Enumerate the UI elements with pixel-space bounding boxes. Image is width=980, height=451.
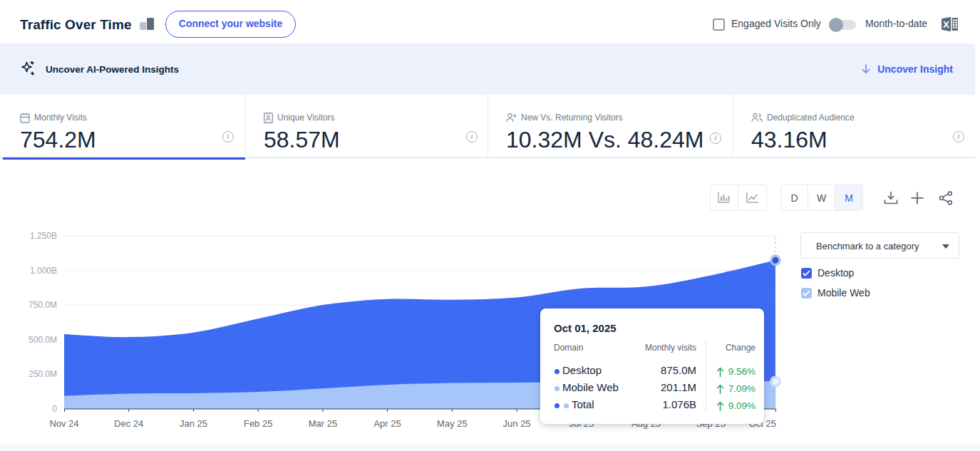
svg-text:Apr 25: Apr 25 [373,418,401,429]
svg-text:May 25: May 25 [437,418,468,429]
svg-text:1.000B: 1.000B [30,266,57,276]
svg-text:Jun 25: Jun 25 [503,418,531,429]
svg-text:Jan 25: Jan 25 [180,418,207,429]
svg-text:Mar 25: Mar 25 [309,418,337,429]
svg-text:250.0M: 250.0M [29,369,57,379]
svg-text:Dec 24: Dec 24 [114,418,143,429]
svg-text:0: 0 [52,404,57,414]
svg-text:500.0M: 500.0M [29,335,57,345]
svg-text:750.0M: 750.0M [29,300,57,310]
svg-text:X: X [943,19,949,30]
svg-text:1.250B: 1.250B [30,231,57,241]
svg-text:Feb 25: Feb 25 [244,418,272,429]
svg-text:Nov 24: Nov 24 [49,418,78,429]
